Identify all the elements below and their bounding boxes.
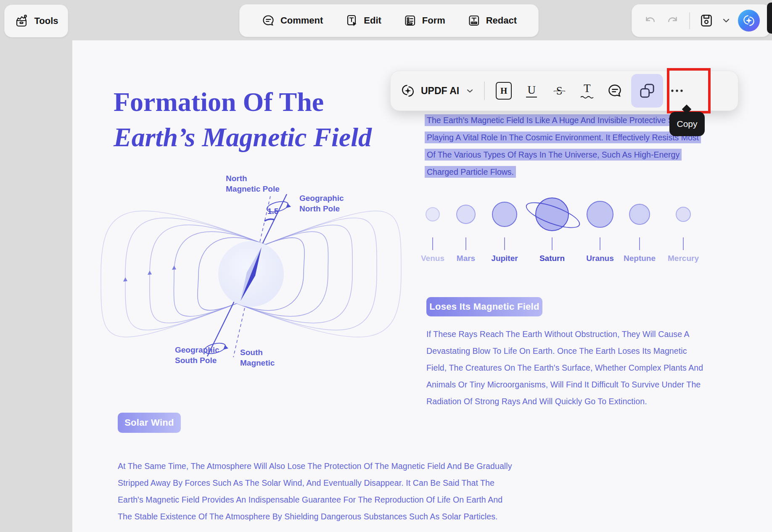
paragraph-line[interactable]: Field, The Creatures On The Earth's Surf… <box>426 362 703 373</box>
badge-solar-wind[interactable]: Solar Wind <box>118 413 181 433</box>
toolbar-divider <box>484 82 485 100</box>
highlight-button[interactable]: H <box>490 76 518 106</box>
paragraph-line[interactable]: Animals Or Tiny Microorganisms, Will Fin… <box>426 379 701 390</box>
updf-app-window: Tools Comment Edit <box>0 0 772 532</box>
copy-icon <box>638 82 656 100</box>
updf-ai-label: UPDF AI <box>421 85 459 97</box>
paragraph-line[interactable]: Radiation Of Strong Rays And Will Quickl… <box>426 396 647 407</box>
tools-label: Tools <box>34 16 58 26</box>
planet-tick <box>600 237 600 250</box>
planet-tick <box>465 237 466 250</box>
updf-ai-button[interactable]: UPDF AI <box>399 82 473 100</box>
label-axis-angle: 1.5 <box>267 206 278 216</box>
nav-item-comment[interactable]: Comment <box>261 13 323 28</box>
paragraph-line[interactable]: At The Same Time, The Atmosphere Will Al… <box>118 461 512 471</box>
nav-item-edit[interactable]: Edit <box>344 13 381 28</box>
planet-tick <box>432 237 433 250</box>
planet-uranus <box>587 201 613 228</box>
planet-jupiter <box>492 202 517 227</box>
undo-button[interactable] <box>642 13 657 28</box>
selected-text-line[interactable]: Playing A Vital Role In The Cosmic Envir… <box>425 132 701 143</box>
doc-title-line1[interactable]: Formation Of The <box>114 87 324 118</box>
ai-account-avatar[interactable] <box>738 10 760 32</box>
comment-icon <box>261 13 275 28</box>
side-panel-edge <box>767 3 772 34</box>
redo-button[interactable] <box>666 13 681 28</box>
paragraph-line[interactable]: If These Rays Reach The Earth Without Ob… <box>426 329 690 340</box>
toolbar-divider <box>689 12 690 29</box>
nav-label: Comment <box>280 15 323 26</box>
planet-label-mercury: Mercury <box>658 254 709 263</box>
nav-label: Edit <box>364 15 381 26</box>
planet-tick <box>552 237 553 250</box>
planet-tick <box>683 237 684 250</box>
planet-label-neptune: Neptune <box>614 254 665 263</box>
nav-label: Redact <box>486 15 517 26</box>
edit-text-icon <box>344 13 359 28</box>
planet-tick <box>504 237 505 250</box>
paragraph-line[interactable]: The Stable Existence Of The Atmosphere B… <box>118 511 498 522</box>
comment-note-icon <box>606 82 623 99</box>
label-south-magnetic-pole: South Magnetic <box>240 347 275 368</box>
copy-tooltip: Copy <box>669 112 705 136</box>
planet-neptune <box>629 204 650 225</box>
more-dots-icon <box>670 89 684 93</box>
underline-button[interactable]: U <box>518 76 545 106</box>
selected-text-line[interactable]: Of The Various Types Of Rays In The Univ… <box>425 149 682 161</box>
strikethrough-icon: S <box>555 85 563 97</box>
mode-toolbar: Comment Edit <box>239 4 539 37</box>
more-options-button[interactable] <box>666 76 688 106</box>
selected-text-line[interactable]: The Earth's Magnetic Field Is Like A Hug… <box>425 114 695 126</box>
save-button[interactable] <box>698 13 714 29</box>
planet-mars <box>456 205 476 224</box>
file-actions-toolbar <box>632 4 770 37</box>
tools-button[interactable]: Tools <box>4 5 68 37</box>
nav-item-redact[interactable]: Redact <box>467 13 517 28</box>
planet-label-jupiter: Jupiter <box>479 254 530 263</box>
label-geographic-north-pole: Geographic North Pole <box>299 193 344 214</box>
strikethrough-button[interactable]: S <box>545 76 573 106</box>
selected-text-line[interactable]: Charged Particle Flows. <box>425 166 516 178</box>
paragraph-line[interactable]: Devastating Blow To Life On Earth. Once … <box>426 345 687 356</box>
redact-icon <box>467 13 481 28</box>
paragraph-line[interactable]: Earth's Magnetic Field Provides An Indis… <box>118 494 502 505</box>
label-geographic-south-pole: Geographic South Pole <box>175 345 219 366</box>
planet-tick <box>639 237 640 250</box>
save-options-chevron[interactable] <box>723 18 730 23</box>
doc-title-line2[interactable]: Earth’s Magnetic Field <box>114 122 372 153</box>
chevron-down-icon <box>467 89 473 93</box>
comment-note-button[interactable] <box>601 76 629 106</box>
form-icon <box>403 13 417 28</box>
planet-mercury <box>676 207 691 222</box>
badge-loses-its-magnetic-field[interactable]: Loses Its Magnetic Field <box>426 297 542 316</box>
squiggly-underline-icon: T <box>580 83 594 99</box>
underline-icon: U <box>526 84 537 97</box>
planet-label-saturn: Saturn <box>527 254 577 263</box>
copy-button[interactable] <box>631 74 663 108</box>
nav-label: Form <box>422 15 445 26</box>
label-north-magnetic-pole: North Magnetic Pole <box>226 173 280 194</box>
planet-venus <box>426 207 440 221</box>
nav-item-form[interactable]: Form <box>403 13 445 28</box>
updf-ai-logo-icon <box>399 82 417 100</box>
squiggly-underline-button[interactable]: T <box>573 76 601 106</box>
paragraph-line[interactable]: Stripped Away By Forces Such As The Sola… <box>118 477 494 488</box>
copy-tooltip-text: Copy <box>677 119 697 129</box>
toolbox-icon <box>14 13 29 29</box>
highlight-icon: H <box>496 82 512 100</box>
